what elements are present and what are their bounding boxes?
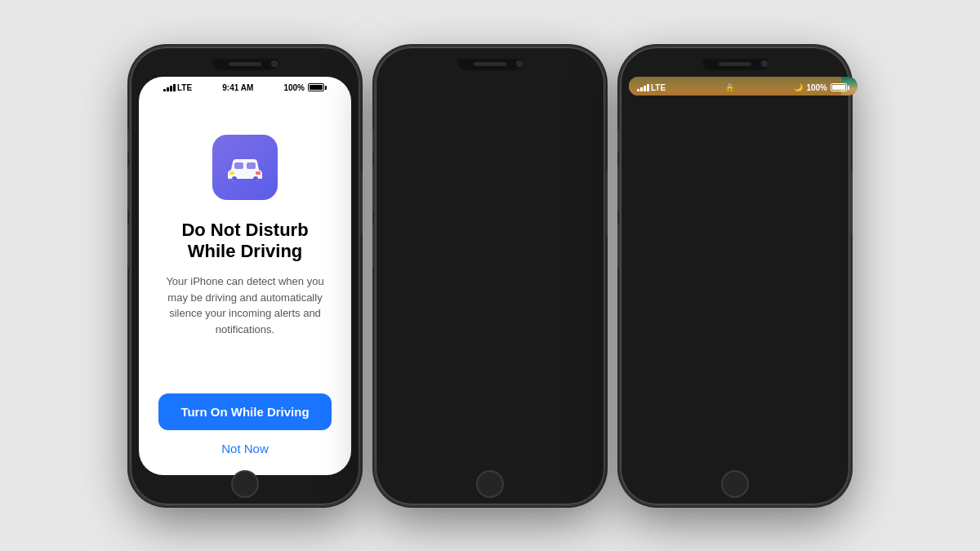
phone-3: LTE 🔒 🌙 100% 9:41	[621, 47, 849, 504]
battery-percentage: 100%	[283, 83, 305, 92]
power-button[interactable]	[359, 170, 363, 235]
dnd-icon-container	[212, 135, 278, 200]
volume-up-button[interactable]	[127, 166, 131, 211]
car-icon	[225, 151, 265, 184]
phone3-signal-bars	[637, 83, 649, 91]
battery-fill	[310, 85, 323, 90]
volume-down-button[interactable]	[127, 223, 131, 268]
signal-indicator: LTE	[163, 83, 192, 92]
signal-bar-1	[163, 89, 166, 91]
power-button-2[interactable]	[604, 170, 608, 235]
svg-point-1	[253, 176, 258, 181]
turn-on-button[interactable]: Turn On While Driving	[158, 393, 332, 430]
volume-up-button-3[interactable]	[617, 166, 621, 211]
front-camera	[271, 60, 278, 67]
dnd-title: Do Not DisturbWhile Driving	[181, 220, 308, 263]
network-type: LTE	[177, 83, 192, 92]
speaker-grille-3	[719, 62, 751, 66]
phone3-battery-pct: 100%	[806, 83, 827, 92]
volume-down-button-3[interactable]	[617, 223, 621, 268]
phone3-screen: LTE 🔒 🌙 100% 9:41	[629, 77, 858, 96]
svg-rect-5	[256, 171, 261, 175]
signal-bar-4	[173, 84, 176, 91]
battery-icon	[308, 83, 327, 91]
home-button-2[interactable]	[476, 470, 504, 498]
home-button[interactable]	[231, 470, 259, 498]
phone3-battery-icon	[831, 83, 849, 91]
phone3-network: LTE	[651, 83, 666, 92]
phone3-signal: LTE	[637, 83, 666, 92]
phone3-status-bar: LTE 🔒 🌙 100%	[629, 77, 858, 96]
signal-bar-3	[170, 86, 172, 91]
front-camera-2	[516, 60, 523, 67]
lock-icon: 🔒	[725, 83, 734, 91]
home-button-3[interactable]	[721, 470, 749, 498]
status-time: 9:41 AM	[222, 83, 253, 92]
battery-tip	[325, 86, 327, 90]
phones-container: LTE 9:41 AM 100%	[0, 0, 980, 551]
volume-up-button-2[interactable]	[372, 166, 376, 211]
signal-bar-2	[167, 87, 169, 91]
svg-rect-2	[234, 162, 243, 169]
dnd-app-icon	[212, 135, 278, 200]
mute-button-3[interactable]	[617, 129, 621, 153]
mute-button-2[interactable]	[372, 129, 376, 153]
moon-icon: 🌙	[794, 83, 803, 91]
battery-body	[308, 83, 324, 91]
mute-button[interactable]	[127, 129, 131, 153]
phone1-screen: LTE 9:41 AM 100%	[139, 77, 351, 475]
phone-1: LTE 9:41 AM 100%	[131, 47, 359, 504]
status-bar: LTE 9:41 AM 100%	[158, 77, 332, 96]
speaker-grille	[229, 62, 261, 66]
signal-bars	[163, 83, 176, 91]
status-right: 100%	[283, 83, 327, 92]
power-button-3[interactable]	[849, 170, 853, 235]
phone3-status-right: 🌙 100%	[794, 83, 849, 92]
volume-down-button-2[interactable]	[372, 223, 376, 268]
not-now-button[interactable]: Not Now	[221, 442, 269, 455]
phone1-buttons: Turn On While Driving Not Now	[158, 393, 332, 475]
svg-rect-3	[247, 162, 256, 169]
svg-point-0	[232, 176, 237, 181]
svg-rect-4	[229, 171, 234, 175]
phone-2: DO NOT DISTURB × You will not receive No…	[376, 47, 604, 504]
front-camera-3	[761, 60, 768, 67]
dnd-description: Your iPhone can detect when you may be d…	[158, 273, 332, 337]
speaker-grille-2	[474, 62, 506, 66]
